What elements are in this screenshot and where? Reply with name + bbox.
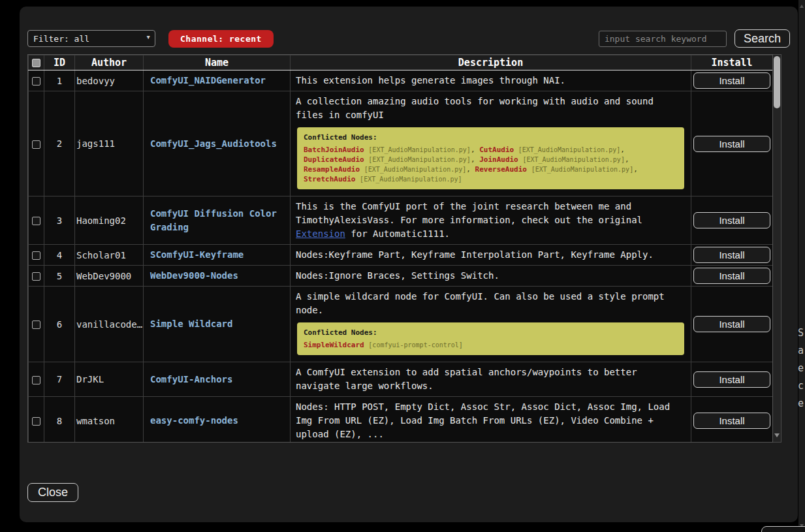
conflict-node-name: BatchJoinAudio: [304, 146, 364, 154]
conflict-node-source: [comfyui-prompt-control]: [368, 341, 463, 349]
node-description-cell: A simple wildcard node for ComfyUI. Can …: [291, 287, 691, 362]
clipped-letter: S: [798, 324, 804, 342]
channel-badge[interactable]: Channel: recent: [168, 30, 274, 48]
row-checkbox[interactable]: [32, 417, 40, 426]
conflict-node-name: SimpleWildcard: [304, 341, 364, 349]
checkbox-cell: [29, 196, 44, 245]
table-header-row: ID Author Name Description Install: [29, 55, 773, 70]
row-checkbox[interactable]: [32, 272, 40, 281]
conflict-node-name: ReverseAudio: [475, 165, 527, 174]
conflict-list: SimpleWildcard [comfyui-prompt-control]: [304, 340, 678, 350]
table-row: 7DrJKLComfyUI-AnchorsA ComfyUI extension…: [29, 362, 773, 397]
description-text: Nodes: HTTP POST, Empty Dict, Assoc Str,…: [296, 401, 670, 439]
node-author: wmatson: [75, 397, 144, 443]
node-description-cell: This is the ComfyUI port of the joint re…: [291, 196, 691, 245]
node-description-cell: Nodes:Ignore Braces, Settings Switch.: [291, 266, 691, 287]
install-button[interactable]: Install: [693, 413, 770, 429]
page-scrollbar[interactable]: [798, 0, 805, 532]
conflict-list: BatchJoinAudio [EXT_AudioManipulation.py…: [304, 145, 678, 184]
conflict-node-name: DuplicateAudio: [304, 155, 364, 164]
clipped-letter: c: [798, 377, 804, 395]
install-button[interactable]: Install: [693, 136, 770, 152]
checkbox-cell: [29, 70, 44, 91]
node-id: 3: [44, 196, 75, 245]
row-checkbox[interactable]: [32, 251, 40, 260]
table-scrollbar[interactable]: [773, 54, 781, 443]
row-checkbox[interactable]: [32, 217, 40, 225]
checkbox-cell: [29, 397, 44, 443]
header-install: Install: [691, 55, 773, 70]
table-scrollbar-thumb[interactable]: [774, 56, 780, 108]
node-id: 8: [44, 397, 75, 443]
node-author: jags111: [75, 91, 144, 196]
node-name-link[interactable]: WebDev9000-Nodes: [150, 269, 238, 283]
conflict-title: Conflicted Nodes:: [304, 328, 678, 337]
install-button[interactable]: Install: [693, 247, 770, 263]
conflict-node-source: [EXT_AudioManipulation.py]: [364, 166, 467, 173]
node-name-link[interactable]: ComfyUI-Anchors: [150, 373, 232, 386]
install-custom-nodes-dialog: Filter: all Channel: recent Search ID: [20, 7, 798, 522]
description-text: This is the ComfyUI port of the joint re…: [296, 201, 642, 225]
nodes-table: ID Author Name Description Install 1bedo…: [28, 55, 773, 443]
search-input[interactable]: [599, 31, 727, 47]
row-checkbox[interactable]: [32, 77, 40, 86]
node-author: bedovyy: [75, 70, 144, 91]
node-name-link[interactable]: Simple Wildcard: [150, 317, 232, 331]
clipped-letter: a: [798, 342, 804, 360]
close-button[interactable]: Close: [27, 483, 78, 502]
description-text: This extension helps generate images thr…: [296, 75, 565, 86]
table-row: 2jags111ComfyUI_Jags_AudiotoolsA collect…: [29, 91, 773, 196]
checkbox-cell: [29, 245, 44, 266]
search-button[interactable]: Search: [734, 29, 790, 48]
table-scrollbar-down-arrow[interactable]: [774, 433, 780, 440]
row-checkbox[interactable]: [32, 140, 40, 149]
page: { "colors": { "channel_badge": "#c01f1f"…: [0, 0, 805, 532]
node-id: 1: [44, 70, 75, 91]
conflict-node-name: CutAudio: [479, 146, 514, 154]
conflict-node-source: [EXT_AudioManipulation.py]: [531, 166, 634, 173]
table-row: 4Scholar01SComfyUI-KeyframeNodes:Keyfram…: [29, 245, 773, 266]
node-author: WebDev9000: [75, 266, 144, 287]
node-name-link[interactable]: ComfyUI_NAIDGenerator: [150, 74, 266, 87]
install-button[interactable]: Install: [693, 72, 770, 89]
node-description-cell: Nodes: HTTP POST, Empty Dict, Assoc Str,…: [291, 397, 691, 443]
description-text: A simple wildcard node for ComfyUI. Can …: [296, 291, 665, 315]
node-description: A collection amazing audio tools for wor…: [296, 95, 686, 122]
conflict-node-source: [EXT_AudioManipulation.py]: [360, 176, 462, 183]
node-id: 5: [44, 266, 75, 287]
conflict-title: Conflicted Nodes:: [304, 133, 678, 142]
description-text: A collection amazing audio tools for wor…: [296, 96, 654, 120]
node-author: Haoming02: [75, 196, 144, 245]
header-description: Description: [291, 55, 691, 70]
node-name-link[interactable]: easy-comfy-nodes: [150, 414, 238, 428]
conflict-node-name: StretchAudio: [304, 175, 355, 183]
select-all-checkbox[interactable]: [32, 59, 40, 67]
description-text: A ComfyUI extension to add spatial ancho…: [296, 367, 637, 391]
install-button[interactable]: Install: [693, 316, 770, 332]
node-description: A simple wildcard node for ComfyUI. Can …: [296, 290, 686, 317]
conflict-node-source: [EXT_AudioManipulation.py]: [368, 146, 471, 153]
table-row: 6vanillacode…Simple WildcardA simple wil…: [29, 287, 773, 362]
install-button[interactable]: Install: [693, 268, 770, 284]
install-button[interactable]: Install: [693, 212, 770, 228]
node-description: Nodes: HTTP POST, Empty Dict, Assoc Str,…: [296, 400, 686, 441]
node-author: DrJKL: [75, 362, 144, 397]
node-name-link[interactable]: ComfyUI_Jags_Audiotools: [150, 137, 277, 151]
description-text: Nodes:Ignore Braces, Settings Switch.: [296, 270, 499, 281]
install-button[interactable]: Install: [693, 371, 770, 388]
filter-select[interactable]: Filter: all: [27, 30, 155, 47]
row-checkbox[interactable]: [32, 376, 40, 384]
clipped-letter: e: [798, 360, 804, 377]
node-description: This extension helps generate images thr…: [296, 74, 686, 87]
conflicted-nodes-box: Conflicted Nodes:BatchJoinAudio [EXT_Aud…: [297, 127, 684, 189]
nodes-table-area: ID Author Name Description Install 1bedo…: [27, 54, 790, 443]
node-id: 2: [44, 91, 75, 196]
table-row: 3Haoming02ComfyUI Diffusion Color Gradin…: [29, 196, 773, 245]
page-scrollbar-up-arrow[interactable]: [800, 3, 804, 8]
node-name-link[interactable]: ComfyUI Diffusion Color Grading: [150, 207, 283, 234]
node-name-link[interactable]: SComfyUI-Keyframe: [150, 248, 244, 262]
row-checkbox[interactable]: [32, 321, 40, 329]
description-link[interactable]: Extension: [296, 228, 345, 239]
description-text: Nodes:Keyframe Part, Keyframe Interpolat…: [296, 249, 654, 260]
node-id: 6: [44, 287, 75, 362]
